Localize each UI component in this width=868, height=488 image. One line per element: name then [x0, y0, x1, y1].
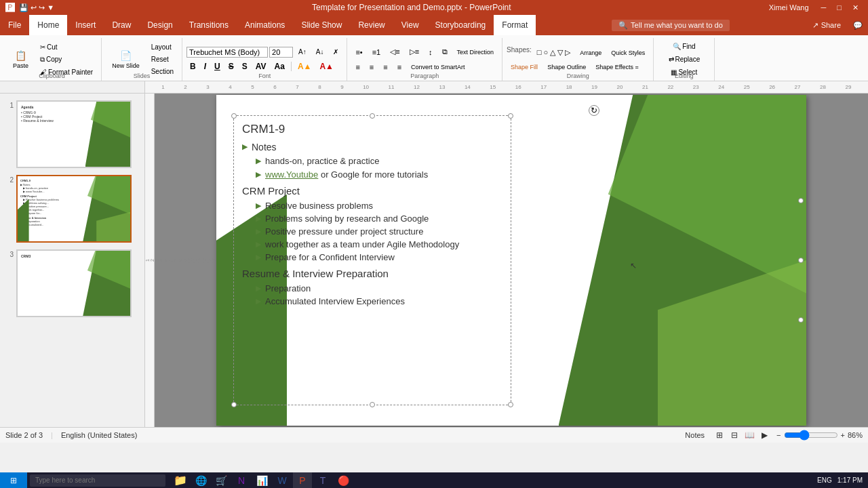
arrange-button[interactable]: Arrange [576, 46, 606, 59]
decrease-indent-button[interactable]: ◁≡ [386, 45, 403, 58]
canvas-area[interactable]: 123456789101112131415 ↻ [145, 94, 868, 427]
taskbar-app-onenote[interactable]: N [232, 472, 251, 488]
menu-design[interactable]: Design [139, 15, 180, 35]
handle-bm[interactable] [370, 402, 375, 407]
taskbar-app-powerpoint[interactable]: P [293, 472, 312, 488]
strikethrough-button[interactable]: S [225, 60, 237, 73]
new-slide-button[interactable]: 📄 New Slide [106, 47, 146, 72]
align-center-button[interactable]: ≡ [366, 61, 378, 73]
slide-image-2[interactable]: CRM1-9 ▶ Notes ▶ hands-on, practice ▶ ww… [16, 175, 132, 243]
handle-rm-mid[interactable] [798, 258, 804, 263]
menu-review[interactable]: Review [350, 15, 393, 35]
bullet-problems: ▶ Problems solving by research and Googl… [242, 214, 502, 224]
menu-transitions[interactable]: Transitions [181, 15, 237, 35]
taskbar-app-edge[interactable]: 🌐 [191, 472, 210, 488]
start-button[interactable]: ⊞ [0, 472, 27, 488]
handle-bl[interactable] [231, 402, 237, 407]
handle-rm-top[interactable] [798, 198, 804, 203]
shape-fill-button[interactable]: Shape Fill [507, 62, 542, 73]
font-size-input[interactable] [269, 47, 293, 58]
youtube-link[interactable]: www.Youtube [265, 169, 318, 180]
highlight-color-button[interactable]: A▲ [294, 60, 315, 73]
font-name-input[interactable] [186, 47, 268, 58]
handle-rm-bot[interactable] [798, 317, 804, 323]
line-spacing-button[interactable]: ↕ [425, 45, 437, 58]
shape-effects-button[interactable]: Shape Effects = [591, 62, 643, 73]
bullet-arrow-prep: ▶ [256, 284, 261, 293]
menu-storyboarding[interactable]: Storyboarding [427, 15, 494, 35]
slide-canvas[interactable]: ↻ CRM1-9 ▶ Notes [216, 95, 806, 426]
ribbon-clipboard-group: 📋 Paste ✂ Cut ⧉ Copy 🖌 Format Painter Cl… [3, 38, 102, 81]
italic-button[interactable]: I [201, 60, 210, 73]
clear-format-button[interactable]: ✗ [329, 46, 342, 58]
maximize-button[interactable]: □ [833, 3, 846, 12]
shapes-button[interactable]: □ ○ △ ▽ ▷ [533, 46, 575, 59]
quick-styles-button[interactable]: Quick Styles [607, 46, 649, 59]
copy-button[interactable]: ⧉ Copy [36, 54, 97, 66]
reset-button[interactable]: Reset [147, 54, 178, 65]
cut-button[interactable]: ✂ Cut [36, 41, 97, 53]
justify-button[interactable]: ≡ [393, 61, 406, 73]
decrease-font-button[interactable]: A↓ [312, 46, 328, 58]
menu-home[interactable]: Home [29, 15, 67, 35]
menu-file[interactable]: File [0, 15, 29, 35]
char-spacing-button[interactable]: AV [252, 60, 270, 73]
text-content-box[interactable]: CRM1-9 ▶ Notes ▶ hands-on, practice & pr… [233, 115, 511, 405]
align-right-button[interactable]: ≡ [379, 61, 391, 73]
reading-view-button[interactable]: 📖 [743, 429, 756, 441]
change-case-button[interactable]: Aa [271, 60, 288, 73]
rotation-handle[interactable]: ↻ [589, 105, 599, 116]
handle-tl[interactable] [231, 113, 237, 119]
zoom-slider[interactable] [784, 430, 838, 441]
comments-button[interactable]: 💬 [848, 15, 868, 35]
slide-thumb-2[interactable]: 2 CRM1-9 ▶ Notes ▶ hands-on, practice ▶ … [3, 174, 142, 244]
taskbar-app-chrome[interactable]: 🔴 [334, 472, 353, 488]
paste-button[interactable]: 📋 Paste [7, 47, 35, 72]
find-button[interactable]: 🔍 Find [669, 41, 699, 52]
minimize-button[interactable]: ─ [817, 3, 831, 12]
bold-button[interactable]: B [186, 60, 199, 73]
font-color-button[interactable]: A▲ [316, 60, 337, 73]
bullets-button[interactable]: ≡• [351, 45, 366, 58]
tell-me-input[interactable]: 🔍 Tell me what you want to do [612, 20, 730, 31]
handle-br[interactable] [508, 402, 513, 407]
menu-view[interactable]: View [393, 15, 427, 35]
zoom-in-button[interactable]: + [841, 431, 845, 439]
underline-button[interactable]: U [211, 60, 224, 73]
close-button[interactable]: ✕ [848, 3, 863, 12]
smartart-button[interactable]: Convert to SmartArt [407, 62, 469, 73]
menu-animations[interactable]: Animations [237, 15, 293, 35]
slide-thumb-3[interactable]: 3 CRM3 [3, 248, 142, 319]
notes-button[interactable]: Notes [682, 431, 707, 439]
slide-thumb-1[interactable]: 1 Agenda • CRM1-9 • CRM Project • Resume… [3, 99, 142, 169]
replace-button[interactable]: ⇄ Replace [665, 54, 705, 65]
taskbar-search[interactable] [30, 474, 165, 487]
shadow-button[interactable]: S [239, 60, 251, 73]
menu-slideshow[interactable]: Slide Show [293, 15, 350, 35]
slide-sorter-button[interactable]: ⊟ [728, 429, 741, 441]
align-left-button[interactable]: ≡ [351, 61, 363, 73]
columns-button[interactable]: ⧉ [438, 45, 452, 58]
increase-indent-button[interactable]: ▷≡ [406, 45, 423, 58]
layout-button[interactable]: Layout [147, 41, 178, 53]
normal-view-button[interactable]: ⊞ [713, 429, 726, 441]
handle-tm[interactable] [370, 113, 375, 119]
handle-tr[interactable] [508, 113, 513, 119]
slide-image-1[interactable]: Agenda • CRM1-9 • CRM Project • Resume &… [16, 100, 132, 168]
taskbar-app-file-explorer[interactable]: 📁 [171, 472, 190, 488]
taskbar-app-store[interactable]: 🛒 [212, 472, 231, 488]
taskbar-app-excel[interactable]: 📊 [252, 472, 271, 488]
numbering-button[interactable]: ≡1 [368, 45, 385, 58]
menu-draw[interactable]: Draw [104, 15, 139, 35]
taskbar-app-word[interactable]: W [273, 472, 292, 488]
taskbar-app-teams[interactable]: T [313, 472, 332, 488]
text-direction-button[interactable]: Text Direction [453, 45, 498, 58]
menu-insert[interactable]: Insert [67, 15, 104, 35]
slide-image-3[interactable]: CRM3 [16, 249, 132, 317]
menu-format[interactable]: Format [494, 15, 536, 35]
increase-font-button[interactable]: A↑ [294, 46, 311, 58]
zoom-out-button[interactable]: − [776, 431, 781, 439]
shape-outline-button[interactable]: Shape Outline [543, 62, 590, 73]
share-button[interactable]: ↗ Share [806, 15, 848, 35]
slideshow-button[interactable]: ▶ [757, 429, 771, 441]
